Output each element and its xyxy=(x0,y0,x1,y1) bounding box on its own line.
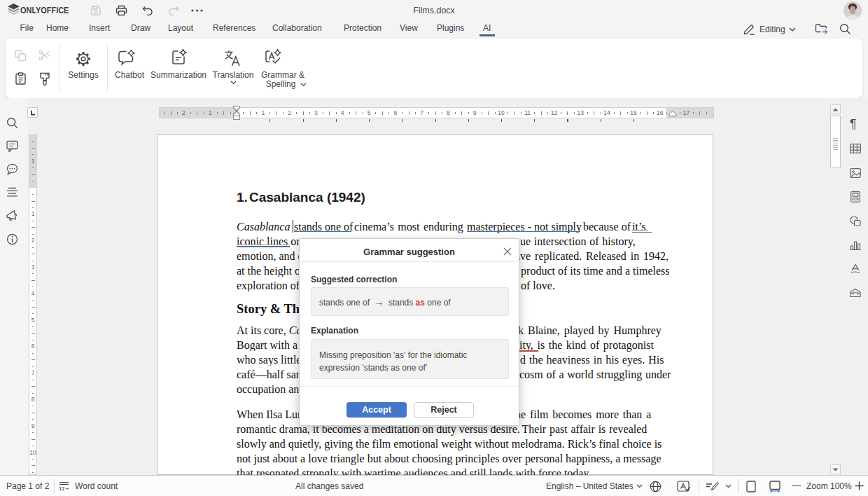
svg-text:12: 12 xyxy=(59,485,64,491)
